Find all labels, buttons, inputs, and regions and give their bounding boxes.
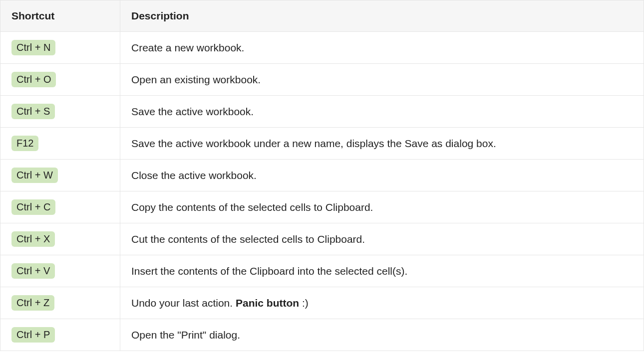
header-description: Description xyxy=(120,0,644,32)
shortcut-cell: Ctrl + O xyxy=(0,64,120,96)
table-header-row: Shortcut Description xyxy=(0,0,644,32)
table-row: Ctrl + SSave the active workbook. xyxy=(0,96,644,128)
description-text: Close the active workbook. xyxy=(131,170,257,181)
shortcuts-table: Shortcut Description Ctrl + NCreate a ne… xyxy=(0,0,644,351)
description-text: Open an existing workbook. xyxy=(131,74,261,85)
description-cell: Create a new workbook. xyxy=(120,32,644,64)
description-cell: Copy the contents of the selected cells … xyxy=(120,191,644,223)
header-shortcut: Shortcut xyxy=(0,0,120,32)
shortcut-cell: Ctrl + W xyxy=(0,160,120,191)
description-text: Save the active workbook. xyxy=(131,106,254,117)
shortcut-key-badge: Ctrl + O xyxy=(11,72,56,87)
shortcut-key-badge: F12 xyxy=(11,136,38,151)
description-cell: Open the "Print" dialog. xyxy=(120,319,644,351)
table-row: Ctrl + OOpen an existing workbook. xyxy=(0,64,644,96)
shortcut-cell: Ctrl + V xyxy=(0,255,120,287)
description-cell: Open an existing workbook. xyxy=(120,64,644,96)
shortcut-key-badge: Ctrl + W xyxy=(11,168,58,183)
table-row: F12Save the active workbook under a new … xyxy=(0,128,644,160)
description-text: Insert the contents of the Clipboard int… xyxy=(131,265,407,277)
shortcut-key-badge: Ctrl + N xyxy=(11,40,55,55)
shortcut-cell: Ctrl + N xyxy=(0,32,120,64)
shortcut-cell: Ctrl + X xyxy=(0,223,120,255)
table-row: Ctrl + WClose the active workbook. xyxy=(0,160,644,191)
table-row: Ctrl + ZUndo your last action. Panic but… xyxy=(0,287,644,319)
shortcut-key-badge: Ctrl + V xyxy=(11,263,55,279)
description-cell: Close the active workbook. xyxy=(120,160,644,191)
shortcut-cell: F12 xyxy=(0,128,120,160)
description-text: Save the active workbook under a new nam… xyxy=(131,138,496,149)
description-text: Create a new workbook. xyxy=(131,42,244,53)
shortcut-key-badge: Ctrl + X xyxy=(11,231,55,247)
description-cell: Insert the contents of the Clipboard int… xyxy=(120,255,644,287)
description-cell: Cut the contents of the selected cells t… xyxy=(120,223,644,255)
description-text: Open the "Print" dialog. xyxy=(131,329,240,341)
table-row: Ctrl + CCopy the contents of the selecte… xyxy=(0,191,644,223)
shortcut-cell: Ctrl + S xyxy=(0,96,120,128)
description-text: Cut the contents of the selected cells t… xyxy=(131,233,365,245)
shortcut-key-badge: Ctrl + P xyxy=(11,327,55,343)
description-cell: Undo your last action. Panic button :) xyxy=(120,287,644,319)
shortcut-key-badge: Ctrl + C xyxy=(11,199,55,215)
table-row: Ctrl + POpen the "Print" dialog. xyxy=(0,319,644,351)
shortcut-key-badge: Ctrl + S xyxy=(11,104,55,119)
shortcut-cell: Ctrl + C xyxy=(0,191,120,223)
description-cell: Save the active workbook. xyxy=(120,96,644,128)
shortcut-cell: Ctrl + Z xyxy=(0,287,120,319)
table-row: Ctrl + NCreate a new workbook. xyxy=(0,32,644,64)
table-row: Ctrl + VInsert the contents of the Clipb… xyxy=(0,255,644,287)
description-cell: Save the active workbook under a new nam… xyxy=(120,128,644,160)
description-text: Copy the contents of the selected cells … xyxy=(131,201,373,213)
description-text: Undo your last action. Panic button :) xyxy=(131,297,309,309)
shortcut-key-badge: Ctrl + Z xyxy=(11,295,54,311)
table-row: Ctrl + XCut the contents of the selected… xyxy=(0,223,644,255)
shortcut-cell: Ctrl + P xyxy=(0,319,120,351)
